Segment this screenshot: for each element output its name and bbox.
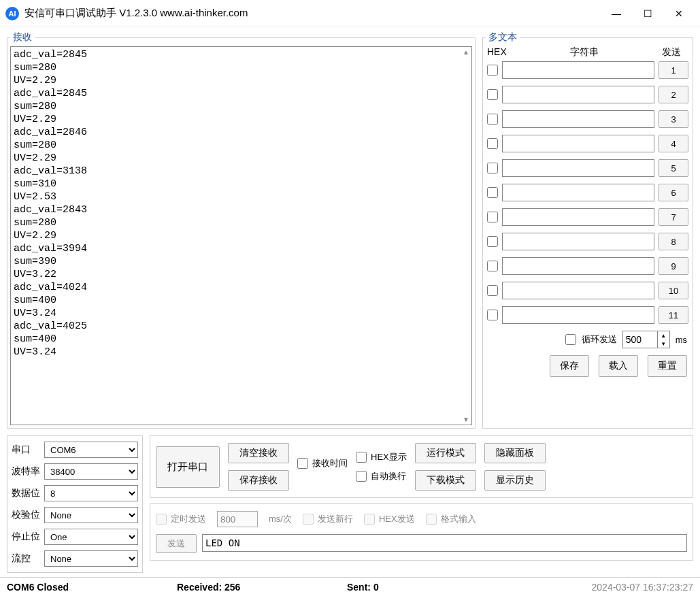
multi-text-input[interactable] <box>502 208 654 226</box>
multi-text-input[interactable] <box>502 135 654 152</box>
multi-hex-checkbox[interactable] <box>487 89 498 100</box>
multi-row: 9 <box>487 257 688 275</box>
serial-config-panel: 串口 COM6 波特率 38400 数据位 8 校验位 None 停止位 One… <box>7 435 143 573</box>
multi-text-input[interactable] <box>502 86 654 103</box>
parity-select[interactable]: None <box>44 507 138 523</box>
save-button[interactable]: 保存 <box>550 355 589 377</box>
hide-panel-button[interactable]: 隐藏面板 <box>484 443 546 463</box>
auto-wrap-checkbox[interactable] <box>356 471 367 482</box>
spin-up-icon[interactable]: ▲ <box>658 331 669 340</box>
timer-interval-input[interactable] <box>217 511 258 527</box>
send-button[interactable]: 发送 <box>156 534 197 553</box>
loop-send-checkbox[interactable] <box>565 334 576 345</box>
col-send: 发送 <box>654 46 688 59</box>
port-select[interactable]: COM6 <box>44 442 138 458</box>
multi-send-button[interactable]: 8 <box>659 233 688 250</box>
multi-send-button[interactable]: 3 <box>659 110 688 128</box>
send-input[interactable] <box>202 534 687 552</box>
status-received: Received: 256 <box>177 582 347 593</box>
spin-down-icon[interactable]: ▼ <box>658 340 669 348</box>
multi-text-input[interactable] <box>502 306 654 324</box>
loop-interval-input[interactable] <box>623 331 657 348</box>
multi-hex-checkbox[interactable] <box>487 163 498 173</box>
multi-row: 7 <box>487 208 688 226</box>
status-sent: Sent: 0 <box>347 582 592 593</box>
multi-hex-checkbox[interactable] <box>487 236 498 247</box>
maximize-button[interactable]: ☐ <box>632 0 663 27</box>
multi-send-button[interactable]: 5 <box>659 159 688 177</box>
multi-row: 10 <box>487 282 688 299</box>
multi-text-input[interactable] <box>502 61 654 79</box>
multi-send-button[interactable]: 9 <box>659 257 688 275</box>
multitext-legend: 多文本 <box>486 31 520 44</box>
status-port: COM6 Closed <box>7 582 177 593</box>
multi-row: 4 <box>487 135 688 152</box>
reset-button[interactable]: 重置 <box>648 355 687 377</box>
multi-text-input[interactable] <box>502 110 654 128</box>
download-mode-button[interactable]: 下载模式 <box>415 470 476 491</box>
stopbits-label: 停止位 <box>12 531 40 543</box>
minimize-button[interactable]: — <box>601 0 632 27</box>
multi-row: 1 <box>487 61 688 79</box>
col-hex: HEX <box>487 46 514 59</box>
col-string: 字符串 <box>514 46 654 59</box>
multi-text-input[interactable] <box>502 184 654 201</box>
send-newline-checkbox[interactable] <box>303 514 314 525</box>
multi-send-button[interactable]: 10 <box>659 282 688 299</box>
receive-textarea[interactable]: adc_val=2845 sum=280 UV=2.29 adc_val=284… <box>11 47 461 425</box>
window-title: 安信可串口调试助手 V1.2.3.0 www.ai-thinker.com <box>24 7 601 20</box>
multi-send-button[interactable]: 1 <box>659 61 688 79</box>
multi-text-input[interactable] <box>502 282 654 299</box>
multi-text-input[interactable] <box>502 233 654 250</box>
timer-send-checkbox[interactable] <box>156 514 167 525</box>
loop-send-label: 循环发送 <box>582 333 617 346</box>
ms-label: ms <box>676 335 687 345</box>
multi-row: 8 <box>487 233 688 250</box>
scroll-down-icon[interactable] <box>463 416 469 423</box>
clear-receive-button[interactable]: 清空接收 <box>228 443 289 463</box>
databits-label: 数据位 <box>12 487 40 499</box>
recv-time-checkbox[interactable] <box>297 458 308 469</box>
multi-send-button[interactable]: 6 <box>659 184 688 201</box>
stopbits-select[interactable]: One <box>44 529 138 545</box>
hex-display-label: HEX显示 <box>371 451 407 463</box>
multi-hex-checkbox[interactable] <box>487 138 498 149</box>
multi-row: 11 <box>487 306 688 324</box>
multi-hex-checkbox[interactable] <box>487 285 498 296</box>
port-label: 串口 <box>12 444 40 456</box>
parity-label: 校验位 <box>12 509 40 521</box>
multi-send-button[interactable]: 11 <box>659 306 688 324</box>
multi-send-button[interactable]: 2 <box>659 86 688 103</box>
multi-send-button[interactable]: 4 <box>659 135 688 152</box>
load-button[interactable]: 载入 <box>599 355 638 377</box>
multi-row: 5 <box>487 159 688 177</box>
auto-wrap-label: 自动换行 <box>371 470 406 482</box>
baud-select[interactable]: 38400 <box>44 463 138 480</box>
multi-hex-checkbox[interactable] <box>487 310 498 320</box>
multi-hex-checkbox[interactable] <box>487 261 498 271</box>
open-port-button[interactable]: 打开串口 <box>156 446 220 488</box>
close-button[interactable]: ✕ <box>663 0 695 27</box>
timer-send-label: 定时发送 <box>171 513 206 525</box>
save-receive-button[interactable]: 保存接收 <box>228 470 289 491</box>
multi-hex-checkbox[interactable] <box>487 187 498 198</box>
databits-select[interactable]: 8 <box>44 485 138 501</box>
scroll-up-icon[interactable] <box>463 48 469 56</box>
multi-send-button[interactable]: 7 <box>659 208 688 226</box>
hex-send-checkbox[interactable] <box>364 514 375 525</box>
multi-hex-checkbox[interactable] <box>487 212 498 222</box>
multi-hex-checkbox[interactable] <box>487 65 498 76</box>
multi-hex-checkbox[interactable] <box>487 114 498 125</box>
hex-display-checkbox[interactable] <box>356 452 367 463</box>
flow-select[interactable]: None <box>44 550 138 567</box>
show-history-button[interactable]: 显示历史 <box>484 470 546 491</box>
multi-row: 6 <box>487 184 688 201</box>
run-mode-button[interactable]: 运行模式 <box>415 443 476 463</box>
multi-text-input[interactable] <box>502 257 654 275</box>
format-input-checkbox[interactable] <box>426 514 437 525</box>
multi-text-input[interactable] <box>502 159 654 177</box>
scrollbar[interactable] <box>461 47 471 425</box>
hex-send-label: HEX发送 <box>379 513 415 525</box>
baud-label: 波特率 <box>12 465 40 478</box>
status-time: 2024-03-07 16:37:23:27 <box>592 582 693 593</box>
